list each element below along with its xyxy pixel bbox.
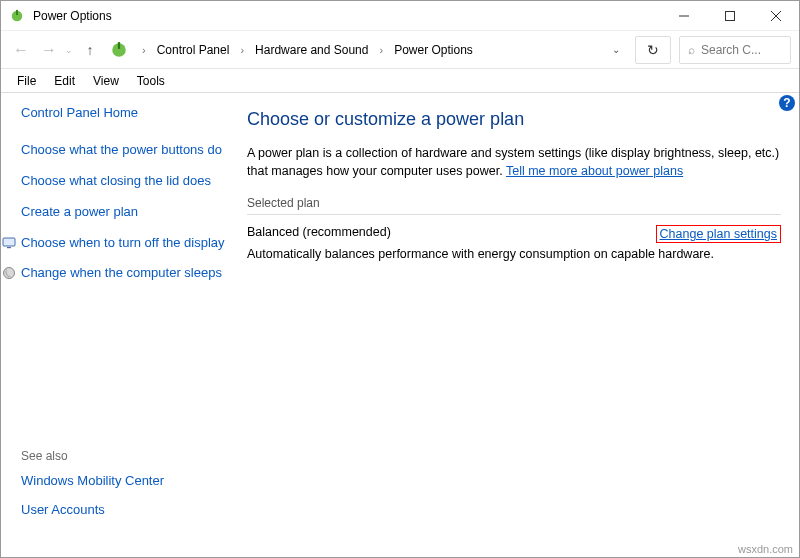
breadcrumb-hardware-sound[interactable]: Hardware and Sound xyxy=(253,41,370,59)
page-description: A power plan is a collection of hardware… xyxy=(247,144,781,180)
main-panel: ? Choose or customize a power plan A pow… xyxy=(233,93,799,547)
page-title: Choose or customize a power plan xyxy=(247,109,781,130)
breadcrumb-power-options[interactable]: Power Options xyxy=(392,41,475,59)
back-button[interactable]: ← xyxy=(9,38,33,62)
selected-plan-section: Selected plan Balanced (recommended) Cha… xyxy=(247,196,781,261)
power-options-icon xyxy=(109,40,129,60)
plan-name: Balanced (recommended) xyxy=(247,225,391,243)
svg-rect-7 xyxy=(118,42,120,49)
change-plan-settings-link[interactable]: Change plan settings xyxy=(656,225,781,243)
moon-icon xyxy=(1,265,17,281)
sidebar-control-panel-home[interactable]: Control Panel Home xyxy=(21,105,138,122)
title-bar: Power Options xyxy=(1,1,799,31)
svg-rect-3 xyxy=(726,11,735,20)
selected-plan-label: Selected plan xyxy=(247,196,781,215)
breadcrumb: › Control Panel › Hardware and Sound › P… xyxy=(133,41,601,59)
minimize-button[interactable] xyxy=(661,1,707,30)
sidebar: Control Panel Home Choose what the power… xyxy=(1,93,233,547)
app-icon xyxy=(9,8,25,24)
forward-button[interactable]: → xyxy=(37,38,61,62)
address-dropdown[interactable]: ⌄ xyxy=(605,44,627,55)
menu-view[interactable]: View xyxy=(85,72,127,90)
chevron-right-icon[interactable]: › xyxy=(374,44,388,56)
sidebar-turn-off-display[interactable]: Choose when to turn off the display xyxy=(21,235,225,252)
breadcrumb-control-panel[interactable]: Control Panel xyxy=(155,41,232,59)
tell-me-more-link[interactable]: Tell me more about power plans xyxy=(506,164,683,178)
svg-rect-8 xyxy=(3,238,15,246)
sidebar-power-buttons[interactable]: Choose what the power buttons do xyxy=(21,142,222,159)
refresh-button[interactable]: ↻ xyxy=(635,36,671,64)
sidebar-closing-lid[interactable]: Choose what closing the lid does xyxy=(21,173,211,190)
sidebar-user-accounts[interactable]: User Accounts xyxy=(21,502,164,519)
svg-rect-1 xyxy=(16,9,18,14)
svg-rect-9 xyxy=(7,247,11,248)
menu-tools[interactable]: Tools xyxy=(129,72,173,90)
see-also-label: See also xyxy=(21,449,164,463)
search-input[interactable]: ⌕ Search C... xyxy=(679,36,791,64)
menu-edit[interactable]: Edit xyxy=(46,72,83,90)
plan-description: Automatically balances performance with … xyxy=(247,247,781,261)
menu-bar: File Edit View Tools xyxy=(1,69,799,93)
window-controls xyxy=(661,1,799,30)
chevron-right-icon[interactable]: › xyxy=(235,44,249,56)
close-button[interactable] xyxy=(753,1,799,30)
help-icon[interactable]: ? xyxy=(779,95,795,111)
navigation-toolbar: ← → ⌄ ↑ › Control Panel › Hardware and S… xyxy=(1,31,799,69)
sidebar-computer-sleeps[interactable]: Change when the computer sleeps xyxy=(21,265,222,282)
maximize-button[interactable] xyxy=(707,1,753,30)
sidebar-create-plan[interactable]: Create a power plan xyxy=(21,204,138,221)
watermark: wsxdn.com xyxy=(738,543,793,555)
sidebar-mobility-center[interactable]: Windows Mobility Center xyxy=(21,473,164,490)
search-icon: ⌕ xyxy=(688,43,695,57)
window-title: Power Options xyxy=(33,9,661,23)
chevron-right-icon[interactable]: › xyxy=(137,44,151,56)
monitor-icon xyxy=(1,235,17,251)
search-placeholder: Search C... xyxy=(701,43,761,57)
content-area: Control Panel Home Choose what the power… xyxy=(1,93,799,547)
menu-file[interactable]: File xyxy=(9,72,44,90)
recent-pages-dropdown[interactable]: ⌄ xyxy=(65,45,75,55)
up-button[interactable]: ↑ xyxy=(79,38,101,62)
